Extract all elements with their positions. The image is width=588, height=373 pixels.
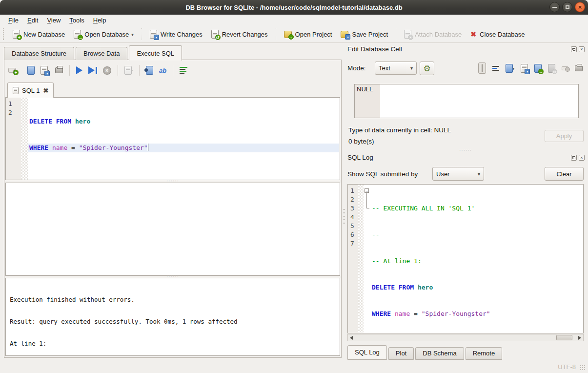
minimize-button[interactable] <box>549 2 560 12</box>
sql-log-title: SQL Log <box>347 154 373 161</box>
maximize-icon <box>566 5 569 9</box>
open-project-button[interactable]: → Open Project <box>280 28 337 41</box>
tab-remote[interactable]: Remote <box>466 347 503 360</box>
close-database-button[interactable]: ✖ Close Database <box>466 28 529 41</box>
scroll-right-icon[interactable] <box>576 334 583 341</box>
main-toolbar: + New Database → Open Database ▾ ▪ Write… <box>0 26 588 43</box>
auto-switch-mode-button[interactable]: ⚙ <box>420 62 434 75</box>
print-cell-button[interactable] <box>575 65 583 71</box>
save-sql-file-button[interactable]: ▪ ▾ <box>41 66 49 75</box>
save-project-button[interactable]: ▪ Save Project <box>336 28 392 41</box>
execution-message-box[interactable]: Execution finished without errors. Resul… <box>5 278 340 356</box>
sql-toolbar-separator <box>69 65 70 76</box>
execute-current-line-button[interactable] <box>88 66 97 74</box>
message-line: At line 1: <box>10 340 336 347</box>
log-line-numbers: 1 2 3 4 5 6 7 <box>348 185 358 333</box>
execute-sql-panel: + ▪ ▾ × ▾ ab SQL 1 ✖ 1 <box>4 60 342 358</box>
message-line: Result: query executed successfully. Too… <box>10 318 336 325</box>
float-panel-icon[interactable] <box>571 46 577 52</box>
word-wrap-icon <box>492 66 499 71</box>
open-database-button[interactable]: → Open Database ▾ <box>69 27 138 41</box>
open-database-icon: → <box>74 30 81 39</box>
main-splitter[interactable] <box>342 43 346 358</box>
import-data-button[interactable]: ▾ <box>506 64 514 73</box>
print-sql-button[interactable] <box>55 67 63 73</box>
tab-plot[interactable]: Plot <box>388 347 414 360</box>
sql-tab-close-icon[interactable]: ✖ <box>43 87 48 94</box>
find-replace-icon <box>146 66 153 75</box>
execute-all-button[interactable] <box>76 66 82 74</box>
word-wrap-button[interactable] <box>492 66 499 71</box>
edit-cell-dock-buttons: × <box>571 46 585 52</box>
minimize-icon <box>552 7 557 8</box>
menu-help[interactable]: Help <box>89 16 111 25</box>
copy-link-button[interactable]: ∞ <box>548 64 555 73</box>
sql-document-tab[interactable]: SQL 1 ✖ <box>7 83 54 98</box>
new-database-button[interactable]: + New Database <box>8 27 69 41</box>
tab-execute-sql[interactable]: Execute SQL <box>129 45 182 61</box>
auto-complete-button[interactable]: ab <box>159 67 166 74</box>
apply-button: Apply <box>545 130 584 142</box>
close-button[interactable]: × <box>575 2 585 12</box>
menu-tools[interactable]: Tools <box>65 16 88 25</box>
text-cursor <box>148 144 148 151</box>
import-icon <box>506 64 513 73</box>
close-panel-icon[interactable]: × <box>579 155 585 161</box>
sql-log-dock-buttons: × <box>571 155 585 161</box>
close-panel-icon[interactable]: × <box>579 46 585 52</box>
encoding-indicator: UTF-8 <box>558 363 576 371</box>
open-database-dropdown-icon[interactable]: ▾ <box>131 32 134 39</box>
fold-collapse-icon[interactable]: − <box>365 188 369 193</box>
open-new-tab-button[interactable]: + <box>8 68 21 73</box>
tab-db-schema[interactable]: DB Schema <box>415 347 464 360</box>
cell-value: NULL <box>357 85 373 93</box>
toolbar-separator <box>396 28 396 40</box>
log-fold-margin: − <box>364 185 372 333</box>
write-changes-button[interactable]: ▪ Write Changes <box>145 27 207 41</box>
format-sql-button[interactable] <box>180 67 187 74</box>
tab-sql-log[interactable]: SQL Log <box>347 345 387 360</box>
text-mode-button[interactable] <box>478 62 486 74</box>
set-null-button <box>562 66 568 70</box>
cell-log-splitter[interactable]: ······ <box>347 149 584 152</box>
toolbar-separator <box>142 28 142 40</box>
word-wrap-icon: ab <box>159 67 166 74</box>
sql-document-icon <box>13 87 19 94</box>
export-results-button: ▾ <box>124 66 133 75</box>
log-horizontal-scrollbar[interactable] <box>347 334 584 341</box>
menu-edit[interactable]: Edit <box>23 16 42 25</box>
chevron-down-icon: ▾ <box>410 65 413 71</box>
tab-database-structure[interactable]: Database Structure <box>4 47 74 60</box>
log-filter-combobox[interactable]: User ▾ <box>432 167 484 181</box>
open-sql-file-button[interactable] <box>27 66 35 75</box>
query-results-area[interactable] <box>5 183 340 276</box>
cell-value-editor[interactable]: NULL <box>354 84 579 118</box>
export-data-button[interactable]: ▪ <box>521 64 528 73</box>
float-panel-icon[interactable] <box>571 155 577 161</box>
open-external-button[interactable]: → <box>534 64 542 73</box>
sql-editor[interactable]: 1 2 DELETE FROM hero WHERE name = "Spide… <box>5 97 340 180</box>
mode-combobox[interactable]: Text ▾ <box>375 62 417 75</box>
stop-icon: × <box>103 66 111 75</box>
sql-log-view[interactable]: 1 2 3 4 5 6 7 − -- EXECUTING ALL IN 'SQL… <box>347 184 584 333</box>
maximize-button[interactable] <box>562 2 572 12</box>
export-results-icon <box>124 66 132 75</box>
bottom-tab-bar: SQL Log Plot DB Schema Remote <box>347 345 504 360</box>
find-replace-button[interactable] <box>146 66 153 75</box>
code-line-1: DELETE FROM hero <box>28 117 339 126</box>
resize-grip[interactable] <box>580 365 586 371</box>
clear-log-button[interactable]: Clear <box>545 167 584 181</box>
toolbar-grip[interactable] <box>3 28 5 40</box>
menu-file[interactable]: File <box>4 16 23 25</box>
tab-browse-data[interactable]: Browse Data <box>76 47 127 60</box>
cell-size-info: 0 byte(s) <box>348 138 374 145</box>
scroll-left-icon[interactable] <box>348 334 355 341</box>
revert-changes-button[interactable]: ↺ Revert Changes <box>207 27 272 41</box>
edit-cell-title: Edit Database Cell <box>347 45 402 53</box>
scrollbar-thumb[interactable] <box>556 335 572 340</box>
gear-icon: ⚙ <box>423 64 430 73</box>
open-project-icon: → <box>284 31 292 38</box>
close-icon: × <box>578 4 582 10</box>
menu-view[interactable]: View <box>42 16 65 25</box>
window-controls: × <box>549 2 585 12</box>
